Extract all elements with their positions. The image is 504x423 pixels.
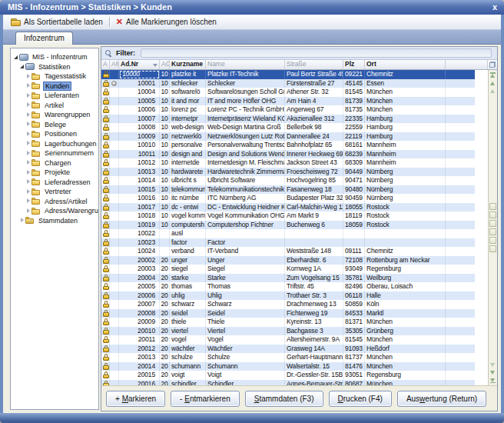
table-row[interactable]: 2000520thomasThomasTriftstr. 4582496Ober… [101, 282, 475, 291]
table-row[interactable]: 2000620uhligUhligTrothaer Str. 306118Hal… [101, 291, 475, 301]
table-row[interactable]: 10022ausl [101, 229, 475, 238]
expand-arrow-icon[interactable] [25, 132, 31, 137]
tab-infozentrum[interactable]: Infozentrum [15, 32, 73, 45]
expand-arrow-icon[interactable] [25, 151, 31, 156]
filter-input[interactable] [141, 48, 492, 58]
column-header-strasse[interactable]: Straße [285, 60, 343, 69]
table-row[interactable]: 2000720schwarzSchwarzDrachmenweg 1350859… [101, 300, 475, 309]
table-row[interactable]: 2001120vogelVogelAltersheimerstr. 9A8154… [101, 335, 475, 345]
column-header-ort[interactable]: Ort [365, 60, 446, 69]
table-row[interactable]: 1001010personalvePersonalverwaltung Tren… [101, 141, 475, 150]
toolbar-button-alle-markierungen-löschen[interactable]: Alle Markierungen löschen [112, 17, 220, 27]
column-header-adnr[interactable]: Ad.Nr [119, 60, 160, 69]
expand-arrow-icon[interactable] [25, 83, 31, 88]
tree-item-belege[interactable]: Belege [11, 120, 98, 130]
tree-item-warengruppen[interactable]: Warengruppen [11, 110, 98, 120]
table-row[interactable]: 2000820seidelSeidelFichtenweg 1984533Mar… [101, 309, 475, 318]
table-row[interactable]: 1000010platzke itPlatzke IT-TechnikPaul … [101, 70, 475, 79]
table-row[interactable]: 2001220wächtlerWächtlerGrasweg 14A91093H… [101, 345, 475, 354]
column-header-kurzname[interactable]: Kurzname [170, 60, 206, 69]
table-row[interactable]: 1000110schleckerSchleckerFürstenstraße 2… [101, 79, 475, 88]
search-icon[interactable] [489, 212, 496, 218]
button-markieren[interactable]: + Markieren [106, 391, 165, 407]
expand-arrow-icon[interactable] [25, 189, 31, 195]
table-row[interactable]: 2000320siegelSiegelKornweg 1A93049Regens… [101, 265, 475, 274]
expand-arrow-icon[interactable] [25, 160, 31, 165]
column-header-ag[interactable]: AG [160, 60, 170, 69]
expand-arrow-icon[interactable] [25, 93, 31, 98]
table-row[interactable]: 1001810vogel kommVogel Kommunikation OHG… [101, 212, 475, 221]
column-header-am[interactable]: AM [110, 60, 119, 69]
comment-icon[interactable] [489, 237, 496, 244]
table-row[interactable]: 2000420starkeStarkeZum Vogelsang 1535781… [101, 274, 475, 283]
table-row[interactable]: 1001610itc nürnbeITC Nürnberg AGBudapest… [101, 194, 475, 203]
expand-arrow-icon[interactable] [25, 170, 31, 175]
page-down-icon[interactable] [489, 361, 496, 368]
table-row[interactable]: 1000410softwarelöSoftwarelösungen Scholl… [101, 88, 475, 97]
tree-item-vertreter[interactable]: Vertreter [11, 187, 98, 197]
table-row[interactable]: 2000920thieleThieleKyreinstr. 1381371Mün… [101, 318, 475, 327]
button-entmarkieren[interactable]: - Entmarkieren [171, 391, 240, 407]
column-header-plz[interactable]: Plz [343, 60, 365, 69]
filter-icon[interactable] [489, 228, 496, 235]
button-stammdaten-f3[interactable]: Stammdaten (F3) [245, 391, 323, 407]
column-header-name[interactable]: Name [206, 60, 285, 69]
table-row[interactable]: 1001310hardwareteHardwaretechnik Zimmerm… [101, 168, 475, 177]
tree-item-stammdaten[interactable]: Stammdaten [11, 216, 98, 226]
button-drucken-f4[interactable]: Drucken (F4) [329, 391, 392, 407]
table-row[interactable]: 2001620schindlerSchindlerAgnes-Bernauer-… [101, 380, 475, 386]
scroll-bottom-icon[interactable] [489, 377, 496, 383]
table-row[interactable]: 2001420schumannSchumannWalsertalstr. 158… [101, 362, 475, 371]
expand-arrow-icon[interactable] [25, 179, 31, 185]
column-header-a[interactable]: A [101, 60, 110, 69]
tree-item-kunden[interactable]: Kunden [11, 82, 98, 92]
table-row[interactable]: 1000510it and morIT and more Höfler OHGA… [101, 97, 475, 106]
expand-arrow-icon[interactable] [25, 112, 31, 118]
table-row[interactable]: 1001210internetdeInternetdesign M. Fleis… [101, 158, 475, 168]
row-up-icon[interactable] [489, 80, 496, 86]
tree-item-mis-infozentrum[interactable]: MIS - Infozentrum [11, 52, 98, 62]
tree-item-seriennummern[interactable]: Seriennummern [11, 148, 98, 158]
table-row[interactable]: 1001710dc - entwiDC - Entwicklung Heidne… [101, 203, 475, 212]
tree-item-tagesstatistik[interactable]: Tagesstatistik [11, 72, 98, 82]
table-row[interactable]: 10023factorFactor [101, 238, 475, 248]
table-row[interactable]: 1000910netzwerklöNetzwerklösungen Lutz R… [101, 132, 475, 142]
list-icon[interactable] [489, 245, 496, 252]
column-chooser-button[interactable] [487, 60, 497, 69]
table-row[interactable]: 2001520voigtVoigtDr.-Gessler-Str. 15B930… [101, 371, 475, 380]
expand-arrow-icon[interactable] [19, 218, 25, 223]
table-row[interactable]: 1001110design andDesign and Solutions We… [101, 150, 475, 159]
tree-item-adress-warengruppen[interactable]: Adress/Warengruppen [11, 206, 98, 216]
tree-item-chargen[interactable]: Chargen [11, 158, 98, 168]
expand-arrow-icon[interactable] [25, 74, 31, 79]
table-row[interactable]: 2001020viertelViertelBachgasse 335305Grü… [101, 327, 475, 336]
table-row[interactable]: 1000810web-designWeb-Design Martina Groß… [101, 123, 475, 132]
tree-item-artikel[interactable]: Artikel [11, 101, 98, 111]
table-row[interactable]: 1001910computershComputershop FichtnerBu… [101, 221, 475, 230]
tree-item-positionen[interactable]: Positionen [11, 129, 98, 139]
button-auswertung-return[interactable]: Auswertung (Return) [397, 391, 486, 407]
tree-item-lieferanten[interactable]: Lieferanten [11, 91, 98, 101]
collapse-arrow-icon[interactable] [19, 64, 25, 69]
row-down-icon[interactable] [489, 369, 496, 375]
expand-arrow-icon[interactable] [25, 208, 31, 214]
table-row[interactable]: 1000610lorenz pcLorenz PC - Technik GmbH… [101, 105, 475, 115]
tree-item-lagerbuchungen[interactable]: Lagerbuchungen [11, 139, 98, 149]
expand-arrow-icon[interactable] [25, 141, 31, 146]
toolbar-button-als-sortiertabelle-laden[interactable]: Als Sortiertabelle laden [7, 17, 107, 27]
table-row[interactable]: 2000220ungerUngerEberhardstr. 672108Rott… [101, 256, 475, 265]
close-button[interactable]: x [492, 0, 497, 15]
scroll-top-icon[interactable] [489, 72, 496, 78]
table-row[interactable]: 10024verbandIT-VerbandWeststraße 1480911… [101, 247, 475, 256]
expand-arrow-icon[interactable] [25, 198, 31, 204]
grid-icon[interactable] [489, 203, 496, 210]
expand-arrow-icon[interactable] [25, 102, 31, 108]
table-row[interactable]: 1000710internetprInternetpräsenz Wieland… [101, 115, 475, 124]
tree-item-lieferadressen[interactable]: Lieferadressen [11, 178, 98, 188]
expand-arrow-icon[interactable] [25, 122, 31, 127]
tree-item-statistiken[interactable]: Statistiken [11, 62, 98, 72]
export-icon[interactable] [489, 220, 496, 227]
page-up-icon[interactable] [489, 88, 496, 94]
tree-item-projekte[interactable]: Projekte [11, 168, 98, 178]
table-row[interactable]: 2001320schulzeSchulzeGerhart-Hauptmann-R… [101, 353, 475, 362]
